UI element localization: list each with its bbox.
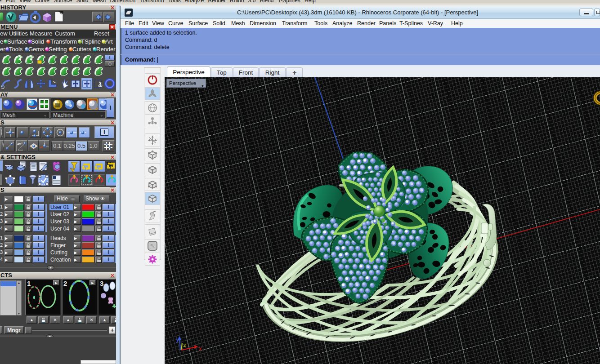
svg-text:45°: 45° bbox=[17, 142, 22, 146]
svg-text:2: 2 bbox=[18, 55, 21, 61]
svg-text:z: z bbox=[183, 342, 187, 348]
svg-text:2: 2 bbox=[30, 55, 32, 61]
svg-text:x: x bbox=[198, 345, 202, 352]
